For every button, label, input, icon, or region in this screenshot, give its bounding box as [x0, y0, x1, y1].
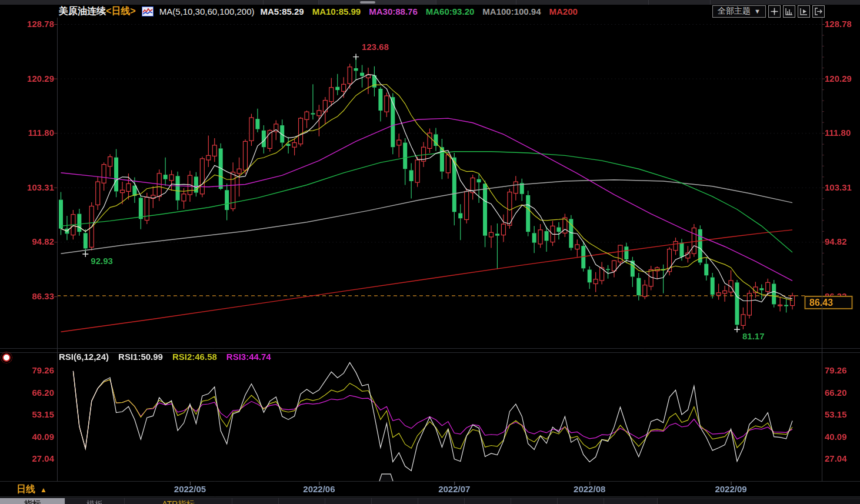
- rsi-value-1: RSI2:46.58: [172, 352, 217, 362]
- symbol-name: 美原油连续: [59, 6, 106, 16]
- caret-up-icon: ▲: [40, 486, 47, 494]
- chevron-down-icon: ▼: [754, 8, 761, 15]
- ma-value-5: MA200: [549, 6, 578, 16]
- bottom-tab-11[interactable]: [604, 498, 658, 504]
- rsi-values: RSI1:50.99RSI2:46.58RSI3:44.74: [118, 352, 271, 362]
- price-chart-canvas[interactable]: [0, 18, 860, 497]
- bottom-tab-7[interactable]: [418, 498, 465, 504]
- bottom-tab-10[interactable]: [558, 498, 604, 504]
- bottom-tab-9[interactable]: [511, 498, 558, 504]
- ma-value-1: MA10:85.99: [312, 6, 361, 16]
- rsi-value-0: RSI1:50.99: [118, 352, 163, 362]
- bottom-tab-3[interactable]: [232, 498, 279, 504]
- bottom-tab-5[interactable]: [325, 498, 372, 504]
- alert-dot-icon[interactable]: [2, 353, 11, 362]
- ma-value-2: MA30:88.76: [369, 6, 418, 16]
- exit-pane-icon[interactable]: [812, 5, 825, 18]
- trading-app: { "header": { "symbol": "美原油连续", "period…: [0, 0, 860, 504]
- ma-formula: MA(5,10,30,60,100,200): [159, 6, 255, 16]
- bottom-tab-1[interactable]: 模板: [65, 498, 125, 504]
- bottom-tab-2[interactable]: ATR指标: [125, 498, 232, 504]
- axis-scale-icon[interactable]: [783, 5, 795, 18]
- ma-value-4: MA100:100.94: [482, 6, 541, 16]
- ma-value-3: MA60:93.20: [426, 6, 475, 16]
- header-right: 全部主题 ▼: [712, 5, 860, 18]
- theme-dropdown-label: 全部主题: [718, 6, 751, 16]
- rsi-formula: RSI(6,12,24): [59, 352, 109, 362]
- bottom-tab-6[interactable]: [372, 498, 418, 504]
- ma-values: MA5:85.29MA10:85.99MA30:88.76MA60:93.20M…: [260, 6, 577, 16]
- header-left: 美原油连续<日线> MA(5,10,30,60,100,200) MA5:85.…: [0, 5, 578, 18]
- mini-chart-icon: [142, 6, 154, 16]
- bottom-tab-8[interactable]: [465, 498, 511, 504]
- bottom-tab-0[interactable]: 指标: [0, 498, 65, 504]
- crosshair-icon[interactable]: [768, 5, 781, 18]
- rsi-value-2: RSI3:44.74: [226, 352, 271, 362]
- symbol-title: 美原油连续<日线>: [59, 5, 136, 18]
- window-top-strip: [0, 0, 860, 5]
- theme-dropdown-button[interactable]: 全部主题 ▼: [712, 5, 766, 18]
- ma-value-0: MA5:85.29: [260, 6, 304, 16]
- period-selector[interactable]: 日线 ▲: [16, 483, 47, 496]
- rsi-header: RSI(6,12,24) RSI1:50.99RSI2:46.58RSI3:44…: [59, 352, 271, 362]
- period-label-text: 日线: [16, 483, 35, 496]
- indicator-tab-strip: 指标模板ATR指标: [0, 498, 860, 504]
- axis-pointer-icon[interactable]: [798, 5, 810, 18]
- period-tag: <日线>: [106, 6, 136, 16]
- chart-header-bar: 美原油连续<日线> MA(5,10,30,60,100,200) MA5:85.…: [0, 5, 860, 18]
- bottom-tab-4[interactable]: [279, 498, 325, 504]
